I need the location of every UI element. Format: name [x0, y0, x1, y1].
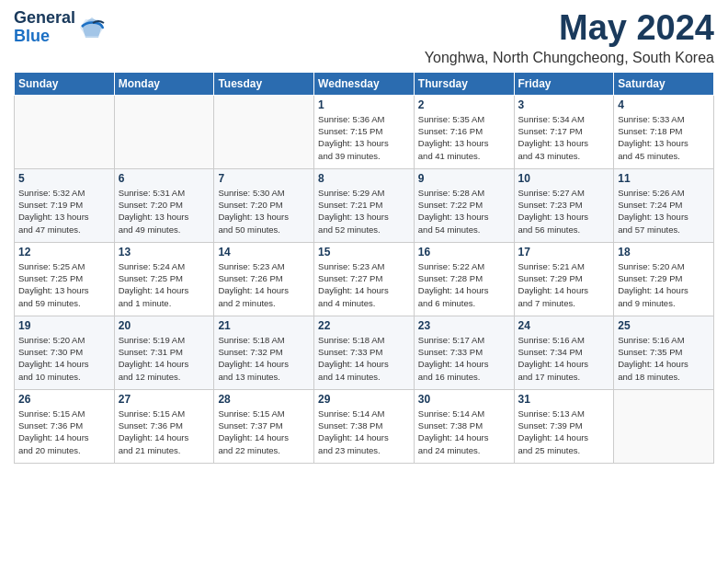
calendar-cell: 3Sunrise: 5:34 AM Sunset: 7:17 PM Daylig… [514, 95, 614, 168]
day-number: 5 [18, 172, 110, 185]
day-number: 6 [119, 172, 210, 185]
day-info: Sunrise: 5:34 AM Sunset: 7:17 PM Dayligh… [518, 113, 610, 162]
day-info: Sunrise: 5:18 AM Sunset: 7:32 PM Dayligh… [218, 334, 310, 383]
calendar-cell: 26Sunrise: 5:15 AM Sunset: 7:36 PM Dayli… [15, 389, 115, 463]
day-number: 24 [518, 319, 610, 332]
day-info: Sunrise: 5:19 AM Sunset: 7:31 PM Dayligh… [119, 334, 210, 383]
day-info: Sunrise: 5:23 AM Sunset: 7:26 PM Dayligh… [218, 260, 310, 309]
calendar-cell [214, 95, 314, 168]
month-title: May 2024 [425, 9, 714, 48]
calendar-cell: 20Sunrise: 5:19 AM Sunset: 7:31 PM Dayli… [114, 316, 214, 389]
title-block: May 2024 Yonghwa, North Chungcheong, Sou… [425, 9, 714, 66]
calendar-week-4: 19Sunrise: 5:20 AM Sunset: 7:30 PM Dayli… [15, 316, 714, 389]
day-info: Sunrise: 5:15 AM Sunset: 7:36 PM Dayligh… [119, 408, 210, 456]
day-info: Sunrise: 5:20 AM Sunset: 7:30 PM Dayligh… [18, 334, 110, 383]
calendar-cell: 12Sunrise: 5:25 AM Sunset: 7:25 PM Dayli… [15, 242, 115, 316]
day-number: 8 [318, 172, 410, 185]
location: Yonghwa, North Chungcheong, South Korea [425, 50, 714, 66]
day-number: 4 [618, 98, 710, 111]
day-info: Sunrise: 5:27 AM Sunset: 7:23 PM Dayligh… [518, 187, 610, 236]
day-number: 1 [318, 98, 410, 111]
calendar-cell: 28Sunrise: 5:15 AM Sunset: 7:37 PM Dayli… [214, 389, 314, 463]
calendar-cell: 23Sunrise: 5:17 AM Sunset: 7:33 PM Dayli… [414, 316, 514, 389]
calendar-cell: 1Sunrise: 5:36 AM Sunset: 7:15 PM Daylig… [314, 95, 415, 168]
day-info: Sunrise: 5:13 AM Sunset: 7:39 PM Dayligh… [518, 408, 610, 456]
logo: General Blue [14, 9, 106, 46]
calendar-cell: 31Sunrise: 5:13 AM Sunset: 7:39 PM Dayli… [514, 389, 614, 463]
day-info: Sunrise: 5:16 AM Sunset: 7:34 PM Dayligh… [518, 334, 610, 383]
day-info: Sunrise: 5:17 AM Sunset: 7:33 PM Dayligh… [418, 334, 510, 383]
day-number: 9 [418, 172, 510, 185]
weekday-header-row: SundayMondayTuesdayWednesdayThursdayFrid… [15, 72, 714, 95]
calendar-cell: 18Sunrise: 5:20 AM Sunset: 7:29 PM Dayli… [614, 242, 714, 316]
weekday-header-friday: Friday [514, 72, 614, 95]
day-number: 30 [418, 393, 510, 406]
day-number: 19 [18, 319, 110, 332]
calendar-week-5: 26Sunrise: 5:15 AM Sunset: 7:36 PM Dayli… [15, 389, 714, 463]
day-number: 22 [318, 319, 410, 332]
calendar-cell: 29Sunrise: 5:14 AM Sunset: 7:38 PM Dayli… [314, 389, 415, 463]
logo-general: General [14, 8, 75, 27]
day-info: Sunrise: 5:14 AM Sunset: 7:38 PM Dayligh… [418, 408, 510, 456]
logo-icon [78, 14, 106, 41]
day-number: 26 [18, 393, 110, 406]
calendar-cell [114, 95, 214, 168]
calendar-cell: 24Sunrise: 5:16 AM Sunset: 7:34 PM Dayli… [514, 316, 614, 389]
calendar-cell: 13Sunrise: 5:24 AM Sunset: 7:25 PM Dayli… [114, 242, 214, 316]
day-number: 29 [318, 393, 410, 406]
day-number: 27 [119, 393, 210, 406]
day-number: 31 [518, 393, 610, 406]
weekday-header-sunday: Sunday [15, 72, 115, 95]
day-number: 17 [518, 246, 610, 259]
logo-blue: Blue [14, 27, 50, 45]
day-info: Sunrise: 5:25 AM Sunset: 7:25 PM Dayligh… [18, 260, 110, 309]
calendar-week-1: 1Sunrise: 5:36 AM Sunset: 7:15 PM Daylig… [15, 95, 714, 168]
day-info: Sunrise: 5:23 AM Sunset: 7:27 PM Dayligh… [318, 260, 410, 309]
day-number: 23 [418, 319, 510, 332]
calendar-cell: 14Sunrise: 5:23 AM Sunset: 7:26 PM Dayli… [214, 242, 314, 316]
day-info: Sunrise: 5:18 AM Sunset: 7:33 PM Dayligh… [318, 334, 410, 383]
calendar-cell: 22Sunrise: 5:18 AM Sunset: 7:33 PM Dayli… [314, 316, 415, 389]
day-info: Sunrise: 5:24 AM Sunset: 7:25 PM Dayligh… [119, 260, 210, 309]
day-number: 2 [418, 98, 510, 111]
weekday-header-saturday: Saturday [614, 72, 714, 95]
day-info: Sunrise: 5:33 AM Sunset: 7:18 PM Dayligh… [618, 113, 710, 162]
day-number: 21 [218, 319, 310, 332]
day-info: Sunrise: 5:21 AM Sunset: 7:29 PM Dayligh… [518, 260, 610, 309]
day-info: Sunrise: 5:29 AM Sunset: 7:21 PM Dayligh… [318, 187, 410, 236]
calendar-cell: 2Sunrise: 5:35 AM Sunset: 7:16 PM Daylig… [414, 95, 514, 168]
day-number: 16 [418, 246, 510, 259]
day-info: Sunrise: 5:22 AM Sunset: 7:28 PM Dayligh… [418, 260, 510, 309]
calendar-cell: 11Sunrise: 5:26 AM Sunset: 7:24 PM Dayli… [614, 168, 714, 242]
calendar-cell: 27Sunrise: 5:15 AM Sunset: 7:36 PM Dayli… [114, 389, 214, 463]
calendar-cell: 17Sunrise: 5:21 AM Sunset: 7:29 PM Dayli… [514, 242, 614, 316]
day-number: 11 [618, 172, 710, 185]
day-info: Sunrise: 5:36 AM Sunset: 7:15 PM Dayligh… [318, 113, 410, 162]
calendar-cell [15, 95, 115, 168]
header: General Blue May 2024 Yonghwa, North Chu… [14, 9, 714, 66]
calendar-cell: 30Sunrise: 5:14 AM Sunset: 7:38 PM Dayli… [414, 389, 514, 463]
day-number: 12 [18, 246, 110, 259]
calendar-cell: 6Sunrise: 5:31 AM Sunset: 7:20 PM Daylig… [114, 168, 214, 242]
day-number: 14 [218, 246, 310, 259]
day-info: Sunrise: 5:14 AM Sunset: 7:38 PM Dayligh… [318, 408, 410, 456]
calendar-cell: 15Sunrise: 5:23 AM Sunset: 7:27 PM Dayli… [314, 242, 415, 316]
calendar-cell: 10Sunrise: 5:27 AM Sunset: 7:23 PM Dayli… [514, 168, 614, 242]
day-info: Sunrise: 5:30 AM Sunset: 7:20 PM Dayligh… [218, 187, 310, 236]
day-info: Sunrise: 5:15 AM Sunset: 7:36 PM Dayligh… [18, 408, 110, 456]
calendar-week-3: 12Sunrise: 5:25 AM Sunset: 7:25 PM Dayli… [15, 242, 714, 316]
day-number: 25 [618, 319, 710, 332]
day-info: Sunrise: 5:28 AM Sunset: 7:22 PM Dayligh… [418, 187, 510, 236]
calendar-cell: 25Sunrise: 5:16 AM Sunset: 7:35 PM Dayli… [614, 316, 714, 389]
weekday-header-wednesday: Wednesday [314, 72, 415, 95]
day-info: Sunrise: 5:32 AM Sunset: 7:19 PM Dayligh… [18, 187, 110, 236]
calendar-cell: 19Sunrise: 5:20 AM Sunset: 7:30 PM Dayli… [15, 316, 115, 389]
calendar-table: SundayMondayTuesdayWednesdayThursdayFrid… [14, 72, 714, 464]
day-info: Sunrise: 5:15 AM Sunset: 7:37 PM Dayligh… [218, 408, 310, 456]
day-number: 13 [119, 246, 210, 259]
calendar-cell [614, 389, 714, 463]
day-info: Sunrise: 5:20 AM Sunset: 7:29 PM Dayligh… [618, 260, 710, 309]
day-info: Sunrise: 5:35 AM Sunset: 7:16 PM Dayligh… [418, 113, 510, 162]
day-number: 7 [218, 172, 310, 185]
calendar-cell: 5Sunrise: 5:32 AM Sunset: 7:19 PM Daylig… [15, 168, 115, 242]
